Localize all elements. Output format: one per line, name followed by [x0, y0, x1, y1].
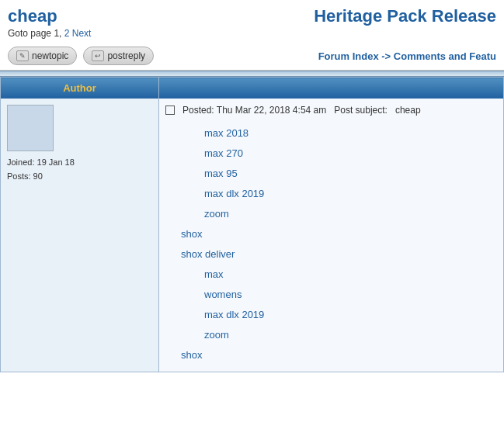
new-topic-label: newtopic — [32, 50, 68, 61]
post-link-item[interactable]: shox deliver — [181, 244, 497, 265]
post-link-item[interactable]: max 95 — [204, 164, 497, 184]
post-reply-icon: ↩ — [92, 50, 104, 61]
post-link-item[interactable]: womens — [204, 285, 497, 305]
author-cell: Joined: 19 Jan 18 Posts: 90 — [1, 99, 159, 372]
goto-prefix: Goto page 1, — [8, 28, 61, 39]
header-right: Heritage Pack Release — [314, 6, 496, 26]
page-2-link[interactable]: 2 — [64, 28, 70, 39]
post-link-item[interactable]: zoom — [204, 204, 497, 224]
post-reply-label: postreply — [107, 50, 145, 61]
next-link[interactable]: Next — [72, 28, 92, 39]
author-meta: Joined: 19 Jan 18 Posts: 90 — [7, 156, 152, 183]
post-link-item[interactable]: zoom — [204, 325, 497, 345]
header-left: cheap Goto page 1, 2 Next — [8, 6, 314, 39]
post-link-item[interactable]: max 270 — [204, 144, 497, 164]
post-link-item[interactable]: max dlx 2019 — [204, 305, 497, 325]
post-subject: cheap — [395, 105, 421, 116]
table-header-row: Author — [1, 78, 504, 99]
new-topic-icon: ✎ — [16, 50, 29, 61]
divider-bar — [0, 71, 504, 77]
header: cheap Goto page 1, 2 Next Heritage Pack … — [0, 0, 504, 42]
post-link-item[interactable]: max dlx 2019 — [204, 184, 497, 204]
site-title: cheap — [8, 6, 314, 26]
toolbar-left: ✎ newtopic ↩ postreply — [8, 47, 318, 65]
table-row: Joined: 19 Jan 18 Posts: 90 Posted: Thu … — [1, 99, 504, 372]
post-content: max 2018max 270max 95max dlx 2019zoomsho… — [165, 123, 497, 365]
post-header: Posted: Thu Mar 22, 2018 4:54 am Post su… — [165, 105, 497, 116]
post-link-item[interactable]: shox — [181, 224, 497, 244]
goto-line: Goto page 1, 2 Next — [8, 28, 314, 39]
post-link-item[interactable]: max — [204, 265, 497, 285]
toolbar: ✎ newtopic ↩ postreply Forum Index -> Co… — [0, 42, 504, 71]
post-cell: Posted: Thu Mar 22, 2018 4:54 am Post su… — [159, 99, 504, 372]
post-icon — [165, 106, 175, 115]
author-joined: Joined: 19 Jan 18 — [7, 156, 152, 170]
avatar — [7, 105, 54, 151]
post-link-item[interactable]: shox — [181, 345, 497, 365]
page-title: Heritage Pack Release — [314, 6, 496, 26]
post-date: Posted: Thu Mar 22, 2018 4:54 am — [182, 105, 326, 116]
author-posts: Posts: 90 — [7, 170, 152, 184]
author-column-header: Author — [1, 78, 159, 99]
post-link-item[interactable]: max 2018 — [204, 123, 497, 144]
posts-table: Author Joined: 19 Jan 18 Posts: 90 Poste… — [0, 77, 504, 372]
post-subject-label: Post subject: — [334, 105, 388, 116]
post-column-header — [159, 78, 504, 99]
forum-nav: Forum Index -> Comments and Featu — [318, 50, 496, 62]
post-reply-button[interactable]: ↩ postreply — [83, 47, 154, 65]
new-topic-button[interactable]: ✎ newtopic — [8, 47, 77, 65]
